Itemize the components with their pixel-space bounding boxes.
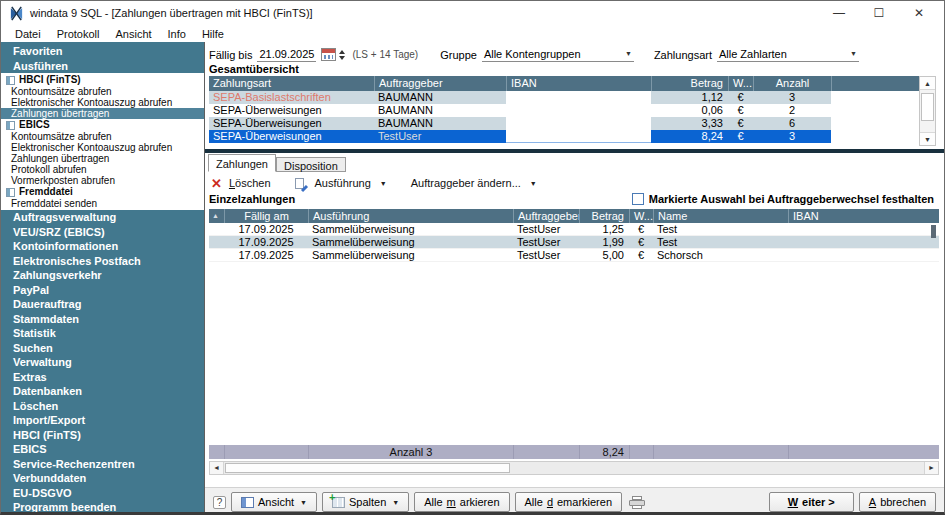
scroll-up-icon[interactable]: ▲ [920,77,935,90]
tree-item-vormerkposten-abrufen[interactable]: Vormerkposten abrufen [1,175,204,186]
tree-group-fremddatei[interactable]: Fremddatei [1,186,204,198]
col-auftraggeber[interactable]: Auftraggeber [374,76,506,91]
sidebar-item-suchen[interactable]: Suchen [1,341,204,356]
cell-betrag: 1,99 [579,236,629,248]
scroll-down-icon[interactable]: ▼ [920,132,935,145]
list-item[interactable]: 17.09.2025 Sammelüberweisung TestUser 1,… [209,236,939,249]
col-iban[interactable]: IBAN [788,209,939,223]
delete-button[interactable]: Löschen [229,177,271,189]
sidebar-item-ausfuehren[interactable]: Ausführen [1,59,204,74]
chevron-down-icon[interactable]: ▼ [530,180,537,187]
sidebar-item-loeschen[interactable]: Löschen [1,399,204,414]
tree-item-fremddatei-senden[interactable]: Fremddatei senden [1,198,204,209]
table-row[interactable]: SEPA-Überweisungen BAUMANN 3,33 € 6 [209,117,831,130]
sidebar-item-extras[interactable]: Extras [1,370,204,385]
scroll-left-icon[interactable]: ◄ [210,462,224,474]
sidebar-item-kontoinformationen[interactable]: Kontoinformationen [1,239,204,254]
sort-asc-icon[interactable]: ▲ [209,209,224,223]
sidebar-item-dauerauftrag[interactable]: Dauerauftrag [1,297,204,312]
tree-group-hbci[interactable]: HBCI (FinTS) [1,74,204,86]
tab-disposition[interactable]: Disposition [276,157,346,172]
col-anzahl[interactable]: Anzahl [753,76,831,91]
sidebar-item-datenbanken[interactable]: Datenbanken [1,384,204,399]
calendar-icon[interactable] [321,48,336,61]
cell-anzahl: 2 [753,104,831,117]
col-betrag[interactable]: Betrag [579,209,629,223]
sidebar-item-hbci-fints[interactable]: HBCI (FinTS) [1,428,204,443]
tree-item-zahlungen-uebertragen-selected[interactable]: Zahlungen übertragen [1,108,204,119]
col-waehrung[interactable]: W... [728,76,753,91]
spin-down-icon[interactable] [339,56,345,60]
sidebar-item-verwaltung[interactable]: Verwaltung [1,355,204,370]
maximize-icon[interactable]: ☐ [866,6,892,20]
sidebar-item-import-export[interactable]: Import/Export [1,413,204,428]
list-item[interactable]: 17.09.2025 Sammelüberweisung TestUser 5,… [209,249,939,262]
sidebar-item-programm-beenden[interactable]: Programm beenden [1,500,204,515]
col-auftraggeber[interactable]: Auftraggeber [513,209,579,223]
tree-item-zahlungen-uebertragen-ebics[interactable]: Zahlungen übertragen [1,153,204,164]
col-betrag[interactable]: Betrag [651,76,728,91]
tree-item-elektronischer-kontoauszug[interactable]: Elektronischer Kontoauszug abrufen [1,97,204,108]
paytype-select[interactable]: Alle Zahlarten▼ [717,48,859,62]
sidebar-item-favoriten[interactable]: Favoriten [1,44,204,59]
next-button[interactable]: Weiter > [769,492,854,512]
scroll-right-icon[interactable]: ► [924,462,938,474]
tree-item-protokoll-abrufen[interactable]: Protokoll abrufen [1,164,204,175]
deselect-all-button[interactable]: Alle demarkieren [515,492,623,512]
close-icon[interactable]: ✕ [906,6,932,20]
tab-zahlungen[interactable]: Zahlungen [208,154,276,172]
spin-up-icon[interactable] [339,50,345,54]
col-iban[interactable]: IBAN [506,76,651,91]
table-row[interactable]: SEPA-Überweisungen BAUMANN 0,06 € 2 [209,104,831,117]
sidebar-item-auftragsverwaltung[interactable]: Auftragsverwaltung [1,210,204,225]
col-zahlungsart[interactable]: Zahlungsart [209,76,374,91]
col-ausfuehrung[interactable]: Ausführung [308,209,513,223]
menu-datei[interactable]: Datei [7,27,49,41]
tree-item-kontoumsaetze-abrufen[interactable]: Kontoumsätze abrufen [1,86,204,97]
group-select[interactable]: Alle Kontengruppen▼ [482,48,634,62]
col-name[interactable]: Name [653,209,788,223]
scrollbar-thumb[interactable] [225,463,510,473]
sidebar-item-eu-dsgvo[interactable]: EU-DSGVO [1,486,204,501]
tree-group-ebics[interactable]: EBICS [1,119,204,131]
chevron-down-icon[interactable]: ▼ [380,180,387,187]
help-icon[interactable]: ? [213,496,226,509]
date-spinner[interactable] [339,50,345,60]
due-date-field[interactable]: 21.09.2025 [257,48,316,62]
col-waehrung[interactable]: W... [629,209,653,223]
sidebar-item-service-rechenzentren[interactable]: Service-Rechenzentren [1,457,204,472]
menu-protokoll[interactable]: Protokoll [49,27,108,41]
payments-scrollbar-thumb[interactable] [931,225,936,238]
select-all-button[interactable]: Alle markieren [414,492,509,512]
tree-item-elektronischer-kontoauszug-ebics[interactable]: Elektronischer Kontoauszug abrufen [1,142,204,153]
minimize-icon[interactable]: — [826,6,852,20]
sidebar-item-statistik[interactable]: Statistik [1,326,204,341]
sidebar-item-paypal[interactable]: PayPal [1,283,204,298]
change-principal-button[interactable]: Auftraggeber ändern... [411,177,521,189]
sidebar-item-zahlungsverkehr[interactable]: Zahlungsverkehr [1,268,204,283]
menu-hilfe[interactable]: Hilfe [194,27,232,41]
table-row[interactable]: SEPA-Basislastschriften BAUMANN 1,12 € 3 [209,91,831,104]
sidebar-item-stammdaten[interactable]: Stammdaten [1,312,204,327]
printer-icon[interactable] [629,496,645,509]
overview-scrollbar[interactable]: ▲ ▼ [919,76,936,146]
table-row-selected[interactable]: SEPA-Überweisungen TestUser 8,24 € 3 [209,130,831,143]
scrollbar-thumb[interactable] [921,93,934,121]
list-item[interactable]: 17.09.2025 Sammelüberweisung TestUser 1,… [209,223,939,236]
col-faellig-am[interactable]: Fällig am [224,209,308,223]
app-logo-icon [9,6,24,21]
sidebar-item-verbunddaten[interactable]: Verbunddaten [1,471,204,486]
columns-button[interactable]: Spalten ▼ [322,492,409,512]
menu-ansicht[interactable]: Ansicht [107,27,159,41]
view-button[interactable]: Ansicht ▼ [231,492,317,512]
menu-info[interactable]: Info [160,27,194,41]
horizontal-scrollbar[interactable]: ◄ ► [209,461,939,475]
cancel-button[interactable]: Abbrechen [859,492,936,512]
tree-item-kontoumsaetze-abrufen-ebics[interactable]: Kontoumsätze abrufen [1,131,204,142]
keep-selection-checkbox[interactable] [632,193,644,205]
execute-button[interactable]: Ausführung [315,177,371,189]
sidebar-item-veu-srz[interactable]: VEU/SRZ (EBICS) [1,225,204,240]
columns-icon [332,497,345,508]
sidebar-item-elektronisches-postfach[interactable]: Elektronisches Postfach [1,254,204,269]
sidebar-item-ebics[interactable]: EBICS [1,442,204,457]
